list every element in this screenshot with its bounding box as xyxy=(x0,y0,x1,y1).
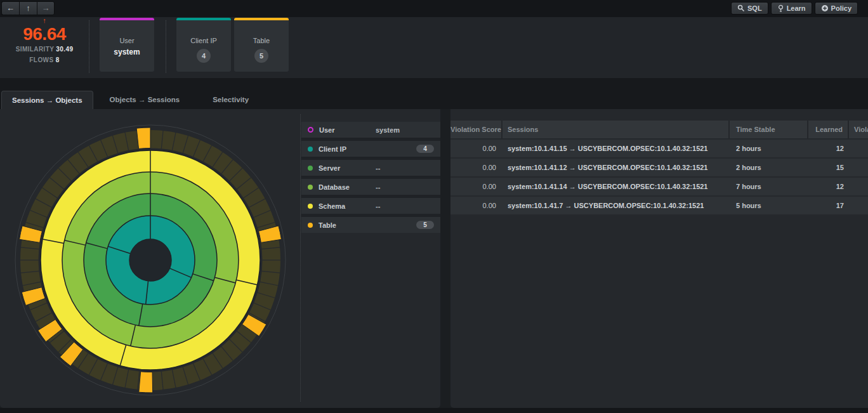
table-count-badge: 5 xyxy=(254,49,268,63)
trend-up-icon: ↑ xyxy=(0,17,89,24)
session-cell: system:10.1.41.14 → USCYBERCOM.OPSEC:10.… xyxy=(503,178,730,195)
user-card[interactable]: User system xyxy=(100,18,154,72)
dotted-separator xyxy=(300,114,301,402)
user-card-value: system xyxy=(100,48,154,56)
search-icon xyxy=(737,4,745,12)
session-cell: system:10.1.41.12 → USCYBERCOM.OPSEC:10.… xyxy=(503,159,730,176)
table-row[interactable]: 0.00 system:10.1.41.14 → USCYBERCOM.OPSE… xyxy=(450,178,868,195)
top-bar: ← ↑ → SQL Learn Policy xyxy=(0,0,868,17)
table-card-title: Table xyxy=(234,37,289,44)
tab-bar: Sessions → Objects Objects → Sessions Se… xyxy=(0,78,868,109)
legend-value: system xyxy=(376,126,400,134)
session-cell: system:10.1.41.7 → USCYBERCOM.OPSEC:10.1… xyxy=(503,197,730,214)
policy-button-label: Policy xyxy=(831,4,852,12)
table-row[interactable]: 0.00 system:10.1.41.12 → USCYBERCOM.OPSE… xyxy=(450,159,868,176)
tab-selectivity[interactable]: Selectivity xyxy=(196,91,265,109)
violations-cell xyxy=(849,178,868,195)
table-card[interactable]: Table 5 xyxy=(234,18,289,72)
learned-cell: 12 xyxy=(808,178,849,195)
similarity-line: SIMILARITY 30.49 xyxy=(0,44,89,55)
tabs: Sessions → Objects Objects → Sessions Se… xyxy=(1,91,265,109)
legend-row-schema[interactable]: Schema -- xyxy=(301,198,440,214)
legend-row-table[interactable]: Table 5 xyxy=(301,217,440,233)
sql-button-label: SQL xyxy=(747,4,762,12)
similarity-value: 30.49 xyxy=(56,46,73,53)
time-stable-cell: 7 hours xyxy=(730,178,808,195)
tab-sessions-to-objects[interactable]: Sessions → Objects xyxy=(1,91,93,109)
dotted-separator xyxy=(89,20,89,73)
violation-score-cell: 0.00 xyxy=(450,159,503,176)
legend-row-client-ip[interactable]: Client IP 4 xyxy=(301,141,440,157)
session-cell: system:10.1.41.15 → USCYBERCOM.OPSEC:10.… xyxy=(503,140,730,157)
legend-label: Schema xyxy=(319,202,345,210)
chart-and-legend-panel: User system Client IP 4 Server -- Databa… xyxy=(0,109,440,408)
similarity-stats: ↑ 96.64 SIMILARITY 30.49 FLOWS 8 xyxy=(0,17,89,65)
table-row[interactable]: 0.00 system:10.1.41.7 → USCYBERCOM.OPSEC… xyxy=(450,197,868,214)
legend-value: -- xyxy=(376,164,380,172)
learned-cell: 17 xyxy=(808,197,849,214)
learn-button[interactable]: Learn xyxy=(771,2,812,15)
column-header-violation-score[interactable]: Violation Score xyxy=(450,121,503,138)
sessions-table-panel: Violation Score Sessions Time Stable Lea… xyxy=(450,109,868,408)
column-header-violations[interactable]: Violations xyxy=(849,121,868,138)
policy-button[interactable]: Policy xyxy=(815,2,858,15)
summary-header: ↑ 96.64 SIMILARITY 30.49 FLOWS 8 User sy… xyxy=(0,17,868,78)
legend-count-badge: 4 xyxy=(416,145,434,153)
forward-button[interactable]: → xyxy=(37,1,55,15)
learned-cell: 12 xyxy=(808,140,849,157)
similarity-label: SIMILARITY xyxy=(16,46,54,53)
legend-label: Server xyxy=(319,164,340,172)
legend-label: Table xyxy=(319,221,336,229)
violations-cell xyxy=(849,159,868,176)
tab-objects-to-sessions[interactable]: Objects → Sessions xyxy=(93,91,197,109)
legend-row-database[interactable]: Database -- xyxy=(301,179,440,195)
time-stable-cell: 5 hours xyxy=(730,197,808,214)
flows-label: FLOWS xyxy=(29,56,53,63)
legend-value: -- xyxy=(376,202,380,210)
sunburst-chart[interactable] xyxy=(11,121,290,400)
flows-value: 8 xyxy=(56,56,60,63)
flows-line: FLOWS 8 xyxy=(0,55,89,65)
dotted-separator xyxy=(166,20,166,73)
table-header: Violation Score Sessions Time Stable Lea… xyxy=(450,121,868,138)
up-button[interactable]: ↑ xyxy=(19,1,37,15)
right-arrow-icon: → xyxy=(42,3,50,13)
legend-label: Database xyxy=(319,183,350,191)
learned-cell: 15 xyxy=(808,159,849,176)
bottom-strip xyxy=(0,408,868,413)
violations-cell xyxy=(849,140,868,157)
user-card-title: User xyxy=(100,37,154,44)
violation-score-cell: 0.00 xyxy=(450,197,503,214)
plus-circle-icon xyxy=(821,4,829,12)
violation-score-cell: 0.00 xyxy=(450,178,503,195)
server-dot-icon xyxy=(308,166,313,171)
client-ip-dot-icon xyxy=(308,147,313,152)
legend-value: -- xyxy=(376,183,380,191)
time-stable-cell: 2 hours xyxy=(730,140,808,157)
back-button[interactable]: ← xyxy=(1,1,19,15)
hierarchy-legend: User system Client IP 4 Server -- Databa… xyxy=(301,122,440,233)
table-row[interactable]: 0.00 system:10.1.41.15 → USCYBERCOM.OPSE… xyxy=(450,140,868,157)
column-header-learned[interactable]: Learned xyxy=(808,121,849,138)
client-ip-card[interactable]: Client IP 4 xyxy=(176,18,231,72)
similarity-score: 96.64 xyxy=(0,24,89,44)
learn-button-label: Learn xyxy=(787,4,806,12)
lightbulb-icon xyxy=(777,4,784,12)
client-ip-card-title: Client IP xyxy=(176,37,231,44)
history-nav-group: ← ↑ → xyxy=(1,1,55,15)
legend-count-badge: 5 xyxy=(416,221,434,229)
column-header-sessions[interactable]: Sessions xyxy=(503,121,730,138)
user-dot-icon xyxy=(308,127,313,133)
action-button-group: SQL Learn Policy xyxy=(731,2,858,15)
time-stable-cell: 2 hours xyxy=(730,159,808,176)
up-arrow-icon: ↑ xyxy=(26,3,30,13)
column-header-time-stable[interactable]: Time Stable xyxy=(730,121,808,138)
main-content: User system Client IP 4 Server -- Databa… xyxy=(0,109,868,408)
legend-row-server[interactable]: Server -- xyxy=(301,160,440,176)
table-dot-icon xyxy=(308,223,313,228)
left-arrow-icon: ← xyxy=(6,3,15,13)
legend-row-user[interactable]: User system xyxy=(301,122,440,138)
sql-button[interactable]: SQL xyxy=(731,2,768,15)
client-ip-count-badge: 4 xyxy=(197,49,211,63)
database-dot-icon xyxy=(308,185,313,190)
